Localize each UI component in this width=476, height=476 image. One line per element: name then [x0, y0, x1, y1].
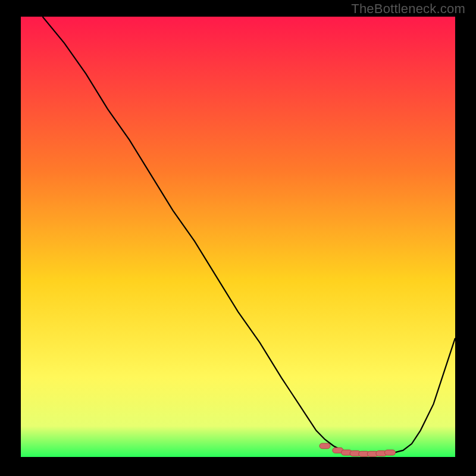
watermark-text: TheBottleneck.com	[351, 1, 465, 17]
chart-plot-area	[21, 17, 455, 457]
optimal-marker	[385, 450, 396, 455]
gradient-background	[21, 17, 455, 457]
chart-container: TheBottleneck.com	[0, 0, 476, 476]
optimal-marker	[320, 443, 330, 449]
chart-svg	[21, 17, 455, 457]
